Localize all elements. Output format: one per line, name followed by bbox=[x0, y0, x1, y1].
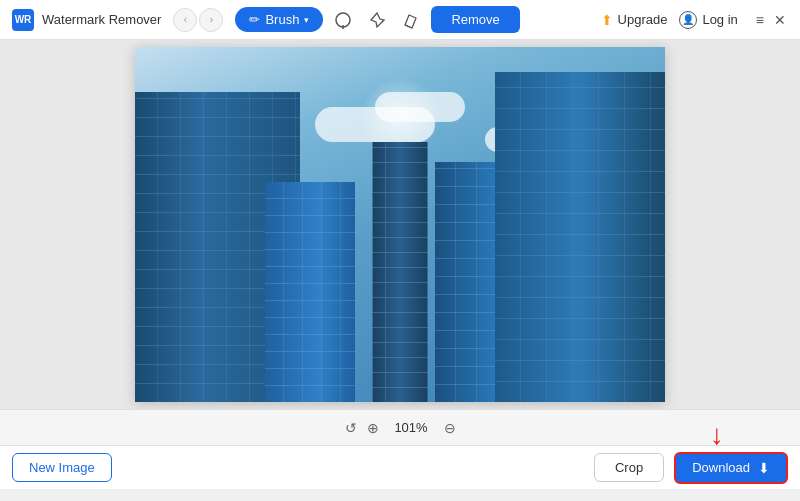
cloud-2 bbox=[375, 92, 465, 122]
zoom-out-button[interactable]: ⊖ bbox=[444, 420, 456, 436]
upgrade-icon: ⬆ bbox=[601, 12, 613, 28]
logo-text: WR bbox=[15, 14, 32, 25]
svg-point-0 bbox=[336, 13, 350, 27]
crop-button[interactable]: Crop bbox=[594, 453, 664, 482]
canvas-image[interactable] bbox=[135, 47, 665, 402]
title-bar: WR Watermark Remover ‹ › ✏ Brush ▾ bbox=[0, 0, 800, 40]
forward-button[interactable]: › bbox=[199, 8, 223, 32]
chevron-down-icon: ▾ bbox=[304, 15, 309, 25]
building-mid-left bbox=[265, 182, 355, 402]
download-button[interactable]: Download ⬇ bbox=[674, 452, 788, 484]
zoom-level-display: 101% bbox=[389, 420, 434, 435]
toolbar-group: ✏ Brush ▾ Remove bbox=[235, 6, 519, 34]
building-right bbox=[495, 72, 665, 402]
crop-label: Crop bbox=[615, 460, 643, 475]
remove-label: Remove bbox=[451, 12, 499, 27]
image-container bbox=[135, 47, 665, 402]
back-button[interactable]: ‹ bbox=[173, 8, 197, 32]
upgrade-button[interactable]: ⬆ Upgrade bbox=[601, 12, 668, 28]
building-center bbox=[373, 142, 428, 402]
download-icon: ⬇ bbox=[758, 460, 770, 476]
lasso-tool-button[interactable] bbox=[329, 6, 357, 34]
header-right: ⬆ Upgrade 👤 Log in ≡ ✕ bbox=[601, 10, 788, 30]
download-label: Download bbox=[692, 460, 750, 475]
login-label: Log in bbox=[702, 12, 737, 27]
app-title: Watermark Remover bbox=[42, 12, 161, 27]
remove-button[interactable]: Remove bbox=[431, 6, 519, 33]
svg-line-2 bbox=[405, 25, 412, 28]
brush-label: Brush bbox=[265, 12, 299, 27]
login-button[interactable]: 👤 Log in bbox=[679, 11, 737, 29]
red-arrow-annotation: ↓ bbox=[710, 421, 724, 449]
zoom-in-button[interactable]: ⊕ bbox=[367, 420, 379, 436]
pin-tool-button[interactable] bbox=[363, 6, 391, 34]
new-image-label: New Image bbox=[29, 460, 95, 475]
bottom-bar: New Image Crop Download ⬇ bbox=[0, 445, 800, 489]
user-icon: 👤 bbox=[679, 11, 697, 29]
brush-button[interactable]: ✏ Brush ▾ bbox=[235, 7, 323, 32]
main-canvas-area bbox=[0, 40, 800, 409]
upgrade-label: Upgrade bbox=[618, 12, 668, 27]
rotate-button[interactable]: ↺ bbox=[345, 420, 357, 436]
close-button[interactable]: ✕ bbox=[772, 10, 788, 30]
new-image-button[interactable]: New Image bbox=[12, 453, 112, 482]
brush-icon: ✏ bbox=[249, 12, 260, 27]
menu-button[interactable]: ≡ bbox=[754, 10, 766, 30]
nav-arrows: ‹ › bbox=[173, 8, 223, 32]
eraser-tool-button[interactable] bbox=[397, 6, 425, 34]
zoom-bar: ↺ ⊕ 101% ⊖ bbox=[0, 409, 800, 445]
window-controls: ≡ ✕ bbox=[754, 10, 788, 30]
app-logo: WR bbox=[12, 9, 34, 31]
